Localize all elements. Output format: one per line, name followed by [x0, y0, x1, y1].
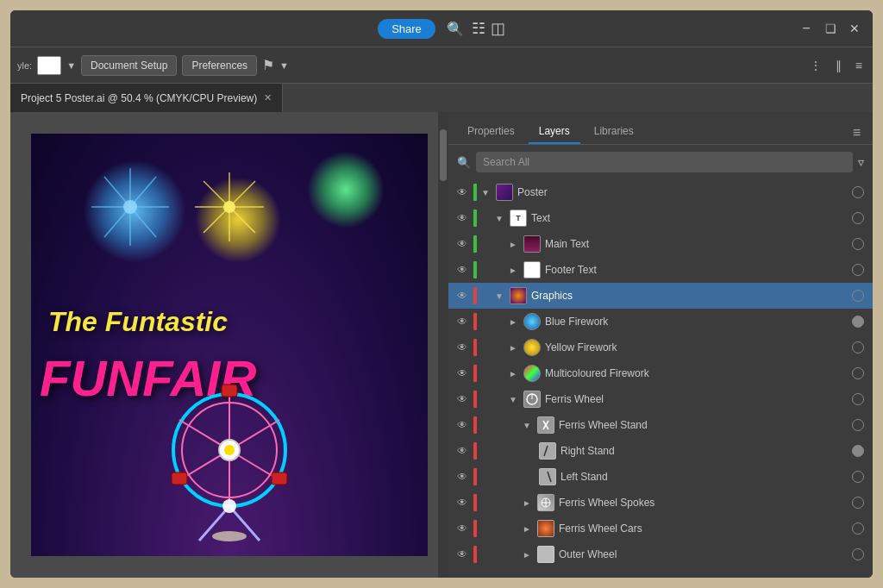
- layer-name-main-text: Main Text: [545, 238, 852, 250]
- canvas-area[interactable]: The Funtastic FUNFAIR: [10, 112, 448, 578]
- visibility-icon-yellow-fw[interactable]: 👁: [454, 341, 471, 353]
- color-bar-blue-fw: [473, 313, 477, 330]
- expand-poster[interactable]: ▼: [479, 188, 492, 197]
- layer-name-cars: Ferris Wheel Cars: [559, 522, 852, 535]
- visibility-icon-poster[interactable]: 👁: [454, 186, 471, 198]
- visibility-icon-main-text[interactable]: 👁: [454, 238, 471, 250]
- lock-circle-stand[interactable]: [852, 419, 864, 431]
- lock-circle-cars[interactable]: [852, 522, 864, 535]
- visibility-icon-footer-text[interactable]: 👁: [454, 264, 471, 276]
- visibility-icon-left-stand[interactable]: 👁: [454, 471, 471, 483]
- visibility-icon-spokes[interactable]: 👁: [454, 497, 471, 509]
- layer-row-right-stand[interactable]: 👁 Right Stand: [448, 438, 873, 464]
- lock-circle-left-stand[interactable]: [852, 471, 864, 483]
- layer-row-footer-text[interactable]: 👁 ► Footer Text: [448, 257, 873, 283]
- thumb-left-stand: [539, 468, 556, 485]
- visibility-icon-multi-fw[interactable]: 👁: [454, 367, 471, 379]
- expand-multi-fw[interactable]: ►: [507, 369, 519, 378]
- visibility-icon-ferris[interactable]: 👁: [454, 393, 471, 405]
- panel-layout-icon[interactable]: ◫: [491, 19, 505, 38]
- style-label: yle:: [17, 60, 32, 71]
- tab-close-button[interactable]: ✕: [264, 92, 272, 103]
- tab-layers[interactable]: Layers: [529, 120, 580, 144]
- lock-circle-multi-fw[interactable]: [852, 367, 864, 379]
- tab-libraries[interactable]: Libraries: [584, 120, 644, 144]
- lock-circle-graphics[interactable]: [852, 290, 864, 302]
- swatch-chevron[interactable]: ▼: [66, 60, 76, 71]
- document-tab[interactable]: Project 5 Poster.ai @ 50.4 % (CMYK/CPU P…: [10, 84, 283, 113]
- share-button[interactable]: Share: [378, 19, 435, 39]
- color-bar-stand: [473, 416, 477, 434]
- document-setup-button[interactable]: Document Setup: [81, 55, 177, 76]
- close-button[interactable]: ✕: [845, 19, 864, 38]
- expand-text[interactable]: ▼: [493, 214, 505, 223]
- thumb-graphics: [510, 287, 527, 304]
- align-icon[interactable]: ⋮: [806, 57, 825, 74]
- more-icon[interactable]: ≡: [852, 57, 866, 74]
- layer-row-main-text[interactable]: 👁 ► Main Text: [448, 231, 873, 257]
- expand-ferris[interactable]: ▼: [507, 395, 519, 404]
- minimize-button[interactable]: −: [797, 19, 816, 38]
- lock-circle-outer[interactable]: [852, 548, 864, 560]
- expand-blue-fw[interactable]: ►: [507, 317, 519, 327]
- thumb-outer-wheel: [537, 546, 554, 563]
- distribute-icon[interactable]: ∥: [832, 57, 845, 74]
- expand-outer[interactable]: ►: [521, 550, 533, 560]
- search-button[interactable]: 🔍: [444, 17, 467, 40]
- maximize-button[interactable]: ❏: [821, 19, 840, 38]
- lock-circle-text[interactable]: [852, 212, 864, 224]
- lock-circle-right-stand[interactable]: [852, 445, 864, 457]
- visibility-icon-stand[interactable]: 👁: [454, 419, 471, 431]
- layer-row-cars[interactable]: 👁 ► Ferris Wheel Cars: [448, 516, 873, 541]
- grid-view-icon[interactable]: ☷: [472, 19, 485, 38]
- expand-graphics[interactable]: ▼: [493, 291, 505, 301]
- svg-rect-29: [272, 472, 287, 485]
- flag-icon[interactable]: ⚑: [262, 57, 274, 73]
- thumb-right-stand: [539, 442, 556, 460]
- lock-circle-footer-text[interactable]: [852, 264, 864, 276]
- layer-row-text[interactable]: 👁 ▼ T Text: [448, 205, 873, 231]
- visibility-icon-cars[interactable]: 👁: [454, 522, 471, 535]
- tab-properties[interactable]: Properties: [457, 120, 525, 144]
- lock-circle-poster[interactable]: [852, 186, 864, 198]
- layer-row-ferris-stand[interactable]: 👁 ▼ Ferris Wheel Stand: [448, 412, 873, 438]
- layer-row-blue-firework[interactable]: 👁 ► Blue Firework: [448, 309, 873, 335]
- thumb-cars: [537, 520, 554, 537]
- lock-circle-ferris[interactable]: [852, 393, 864, 405]
- layer-row-graphics[interactable]: 👁 ▼ Graphics: [448, 283, 873, 309]
- visibility-icon-blue-fw[interactable]: 👁: [454, 316, 471, 328]
- panel-menu-icon[interactable]: ≡: [849, 122, 864, 144]
- layers-search-input[interactable]: [476, 152, 853, 172]
- lock-circle-blue-fw[interactable]: [852, 316, 864, 328]
- visibility-icon-text[interactable]: 👁: [454, 212, 471, 224]
- expand-cars[interactable]: ►: [521, 524, 533, 534]
- expand-footer-text[interactable]: ►: [507, 266, 519, 275]
- expand-spokes[interactable]: ►: [521, 498, 533, 508]
- scrollbar-thumb[interactable]: [440, 129, 447, 181]
- layer-row-poster[interactable]: 👁 ▼ Poster: [448, 179, 873, 205]
- lock-circle-yellow-fw[interactable]: [852, 341, 864, 353]
- lock-circle-spokes[interactable]: [852, 497, 864, 509]
- thumb-blue-fw: [523, 313, 541, 330]
- layer-row-outer-wheel[interactable]: 👁 ► Outer Wheel: [448, 541, 873, 567]
- preferences-button[interactable]: Preferences: [182, 55, 257, 76]
- lock-circle-main-text[interactable]: [852, 238, 864, 250]
- filter-icon[interactable]: ▿: [858, 155, 864, 169]
- vertical-scrollbar[interactable]: [438, 112, 448, 578]
- layer-row-left-stand[interactable]: 👁 Left Stand: [448, 464, 873, 490]
- layer-row-multi-fw[interactable]: 👁 ► Multicoloured Firework: [448, 360, 873, 386]
- color-bar-right-stand: [473, 442, 477, 460]
- color-bar-multi-fw: [473, 365, 477, 382]
- visibility-icon-right-stand[interactable]: 👁: [454, 445, 471, 457]
- color-swatch[interactable]: [37, 56, 61, 75]
- expand-main-text[interactable]: ►: [507, 240, 519, 249]
- layer-row-yellow-firework[interactable]: 👁 ► Yellow Firework: [448, 335, 873, 360]
- visibility-icon-outer[interactable]: 👁: [454, 548, 471, 560]
- expand-yellow-fw[interactable]: ►: [507, 343, 519, 353]
- visibility-icon-graphics[interactable]: 👁: [454, 290, 471, 302]
- layer-row-spokes[interactable]: 👁 ► Ferris Wheel Spokes: [448, 490, 873, 516]
- expand-stand[interactable]: ▼: [521, 421, 533, 430]
- svg-point-33: [212, 531, 247, 541]
- layer-row-ferris-wheel[interactable]: 👁 ▼ Ferris Wheel: [448, 386, 873, 412]
- flag-dropdown[interactable]: ▼: [279, 60, 289, 71]
